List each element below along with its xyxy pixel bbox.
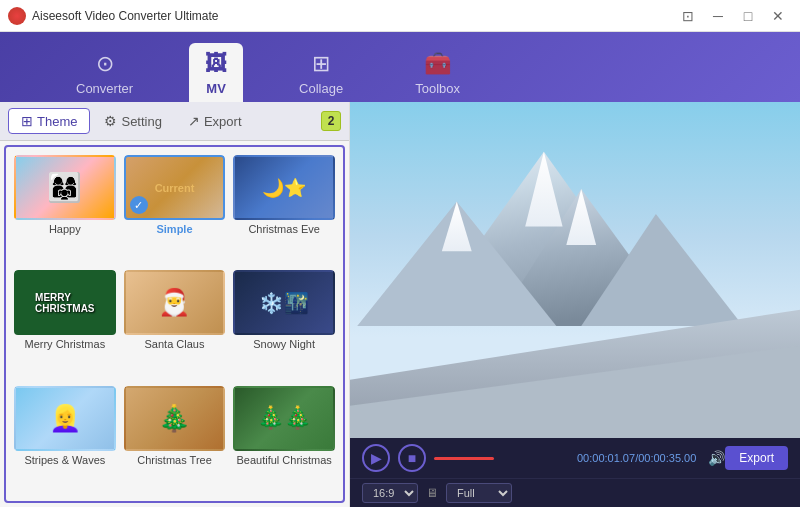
close-btn[interactable]: ✕ — [764, 5, 792, 27]
tab-collage-label: Collage — [299, 81, 343, 96]
theme-thumb-beautiful: 🎄🎄 — [233, 386, 335, 451]
theme-label-happy: Happy — [49, 223, 81, 235]
main-content: ⊞ Theme ⚙ Setting ↗ Export 2 👩‍👩‍👧 — [0, 102, 800, 507]
theme-label-santa: Santa Claus — [145, 338, 205, 350]
sub-tab-setting[interactable]: ⚙ Setting — [92, 109, 173, 133]
restore-btn[interactable]: ⊡ — [674, 5, 702, 27]
sub-tab-theme[interactable]: ⊞ Theme — [8, 108, 90, 134]
theme-item-santa[interactable]: 🎅 Santa Claus — [124, 270, 226, 377]
app-logo — [8, 7, 26, 25]
converter-icon: ⊙ — [96, 51, 114, 77]
collage-icon: ⊞ — [312, 51, 330, 77]
sub-tab-setting-label: Setting — [121, 114, 161, 129]
title-bar-left: Aiseesoft Video Converter Ultimate — [8, 7, 219, 25]
volume-icon[interactable]: 🔊 — [708, 450, 725, 466]
nav-bar: ⊙ Converter 🖼 MV ⊞ Collage 🧰 Toolbox — [0, 32, 800, 102]
app-title: Aiseesoft Video Converter Ultimate — [32, 9, 219, 23]
theme-item-xmas-eve[interactable]: 🌙⭐ Christmas Eve — [233, 155, 335, 262]
theme-thumb-snowy: ❄️🌃 — [233, 270, 335, 335]
tab-converter[interactable]: ⊙ Converter — [60, 43, 149, 102]
theme-thumb-merry: MERRYCHRISTMAS — [14, 270, 116, 335]
theme-item-merry[interactable]: MERRYCHRISTMAS Merry Christmas — [14, 270, 116, 377]
left-panel: ⊞ Theme ⚙ Setting ↗ Export 2 👩‍👩‍👧 — [0, 102, 350, 507]
theme-thumb-stripes: 👱‍♀️ — [14, 386, 116, 451]
tab-toolbox-label: Toolbox — [415, 81, 460, 96]
happy-overlay: 👩‍👩‍👧 — [16, 157, 114, 218]
time-display: 00:00:01.07/00:00:35.00 — [577, 452, 696, 464]
toolbox-icon: 🧰 — [424, 51, 451, 77]
theme-label-simple: Simple — [156, 223, 192, 235]
snowy-overlay: ❄️🌃 — [235, 272, 333, 333]
playback-left: ▶ ■ — [362, 444, 494, 472]
tab-toolbox[interactable]: 🧰 Toolbox — [399, 43, 476, 102]
theme-label-merry: Merry Christmas — [24, 338, 105, 350]
beautiful-overlay: 🎄🎄 — [235, 388, 333, 449]
xmas-eve-overlay: 🌙⭐ — [235, 157, 333, 218]
theme-item-xmas-tree[interactable]: 🎄 Christmas Tree — [124, 386, 226, 493]
tab-mv[interactable]: 🖼 MV — [189, 43, 243, 102]
theme-label-xmas-tree: Christmas Tree — [137, 454, 212, 466]
title-bar: Aiseesoft Video Converter Ultimate ⊡ ─ □… — [0, 0, 800, 32]
santa-overlay: 🎅 — [126, 272, 224, 333]
selected-checkmark: ✓ — [130, 196, 148, 214]
theme-grid-icon: ⊞ — [21, 113, 33, 129]
mv-icon: 🖼 — [205, 51, 227, 77]
tab-collage[interactable]: ⊞ Collage — [283, 43, 359, 102]
window-controls: ⊡ ─ □ ✕ — [674, 5, 792, 27]
theme-grid: 👩‍👩‍👧 Happy Current ✓ Simple — [4, 145, 345, 503]
theme-item-stripes[interactable]: 👱‍♀️ Stripes & Waves — [14, 386, 116, 493]
theme-label-beautiful: Beautiful Christmas — [236, 454, 331, 466]
ratio-icon: 🖥 — [426, 486, 438, 500]
playback-bar: ▶ ■ 00:00:01.07/00:00:35.00 🔊 Export — [350, 438, 800, 478]
tab-mv-label: MV — [206, 81, 226, 96]
theme-item-beautiful[interactable]: 🎄🎄 Beautiful Christmas — [233, 386, 335, 493]
preview-bg — [350, 102, 800, 438]
badge-2: 2 — [321, 111, 341, 131]
preview-area — [350, 102, 800, 438]
theme-item-happy[interactable]: 👩‍👩‍👧 Happy — [14, 155, 116, 262]
right-panel: ▶ ■ 00:00:01.07/00:00:35.00 🔊 Export 16:… — [350, 102, 800, 507]
progress-bar[interactable] — [434, 457, 494, 460]
ratio-select[interactable]: 16:9 4:3 1:1 — [362, 483, 418, 503]
sub-tab-export[interactable]: ↗ Export — [176, 109, 254, 133]
export-button[interactable]: Export — [725, 446, 788, 470]
sub-tab-theme-label: Theme — [37, 114, 77, 129]
play-button[interactable]: ▶ — [362, 444, 390, 472]
view-select[interactable]: Full Fit — [446, 483, 512, 503]
theme-label-stripes: Stripes & Waves — [24, 454, 105, 466]
tab-converter-label: Converter — [76, 81, 133, 96]
theme-label-xmas-eve: Christmas Eve — [248, 223, 320, 235]
theme-item-simple[interactable]: Current ✓ Simple — [124, 155, 226, 262]
theme-thumb-xmas-tree: 🎄 — [124, 386, 226, 451]
sub-tabs: ⊞ Theme ⚙ Setting ↗ Export 2 — [0, 102, 349, 141]
theme-item-snowy[interactable]: ❄️🌃 Snowy Night — [233, 270, 335, 377]
stop-button[interactable]: ■ — [398, 444, 426, 472]
ratio-bar: 16:9 4:3 1:1 🖥 Full Fit — [350, 478, 800, 507]
theme-label-snowy: Snowy Night — [253, 338, 315, 350]
maximize-btn[interactable]: □ — [734, 5, 762, 27]
theme-thumb-xmas-eve: 🌙⭐ — [233, 155, 335, 220]
export-arrow-icon: ↗ — [188, 113, 200, 129]
merry-overlay: MERRYCHRISTMAS — [16, 272, 114, 333]
theme-thumb-simple: Current ✓ — [124, 155, 226, 220]
minimize-btn[interactable]: ─ — [704, 5, 732, 27]
xmas-tree-overlay: 🎄 — [126, 388, 224, 449]
setting-gear-icon: ⚙ — [104, 113, 117, 129]
sub-tab-export-label: Export — [204, 114, 242, 129]
stripes-overlay: 👱‍♀️ — [16, 388, 114, 449]
theme-thumb-santa: 🎅 — [124, 270, 226, 335]
theme-thumb-happy: 👩‍👩‍👧 — [14, 155, 116, 220]
